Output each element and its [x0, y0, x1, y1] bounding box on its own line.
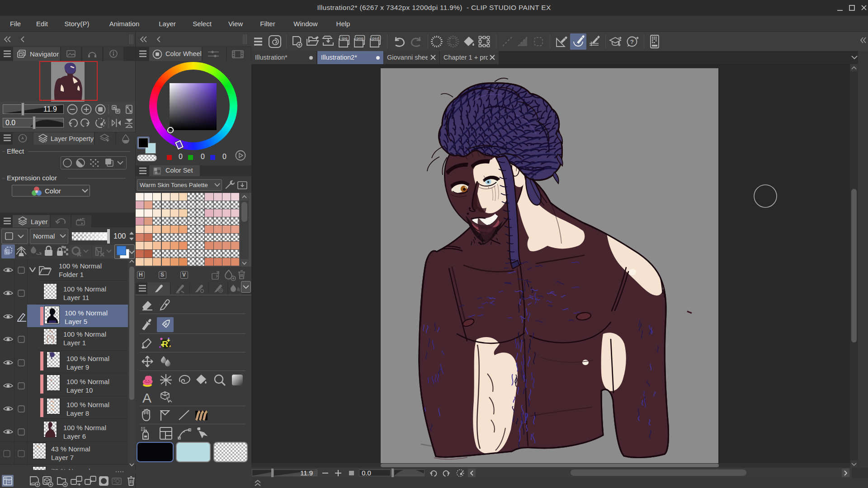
svg-text:jpg: jpg: [341, 36, 348, 41]
svg-text:A: A: [142, 390, 151, 404]
svg-text:psd: psd: [372, 36, 379, 41]
svg-text:png: png: [356, 36, 363, 41]
svg-text:?: ?: [630, 38, 634, 45]
